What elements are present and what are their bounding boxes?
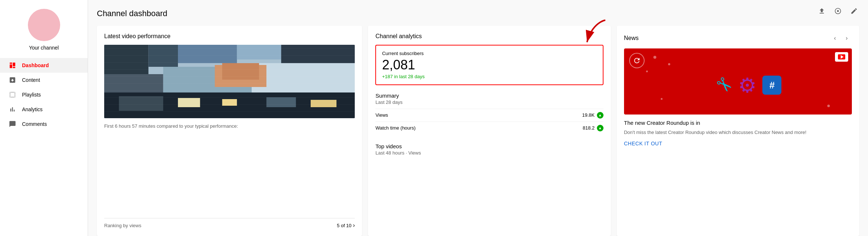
sidebar-item-dashboard[interactable]: Dashboard — [0, 58, 88, 73]
comments-icon — [9, 120, 16, 128]
content-icon — [9, 76, 16, 84]
chevron-right-icon: › — [353, 222, 355, 229]
comments-label: Comments — [22, 121, 47, 127]
ranking-label: Ranking by views — [104, 223, 141, 228]
video-meta-text: First 6 hours 57 minutes compared to you… — [104, 123, 355, 130]
news-article-desc: Don't miss the latest Creator Roundup vi… — [624, 129, 852, 136]
upload-button[interactable] — [815, 4, 828, 18]
news-prev-button[interactable]: ‹ — [830, 33, 840, 43]
topbar-icons — [815, 4, 861, 18]
decorative-dot — [646, 70, 648, 72]
top-videos-title: Top videos — [375, 143, 603, 149]
summary-section: Summary Last 28 days Views 19.8K ▲ Watch… — [375, 92, 603, 134]
svg-rect-20 — [266, 97, 296, 107]
top-videos-section: Top videos Last 48 hours · Views — [375, 143, 603, 156]
subscribers-change: +187 in last 28 days — [382, 74, 597, 79]
cards-row: Latest video performance — [97, 26, 859, 236]
views-label: Views — [375, 112, 388, 118]
top-videos-period: Last 48 hours · Views — [375, 150, 603, 156]
news-card-title: News — [624, 35, 639, 41]
dashboard-label: Dashboard — [22, 62, 49, 68]
scissors-icon: ✂ — [711, 72, 738, 99]
news-header: News ‹ › — [624, 33, 852, 43]
analytics-card-title: Channel analytics — [375, 33, 603, 40]
svg-rect-5 — [104, 45, 355, 118]
main-content: Channel dashboard Latest video performan… — [88, 0, 868, 236]
video-performance-card: Latest video performance — [97, 26, 362, 236]
ranking-row: Ranking by views 5 of 10 › — [104, 218, 355, 229]
subscribers-box: Current subscribers 2,081 +187 in last 2… — [375, 45, 603, 85]
svg-rect-21 — [311, 100, 336, 107]
svg-point-0 — [837, 10, 839, 12]
sidebar-item-playlists[interactable]: Playlists — [0, 87, 88, 102]
yt-logo-inner — [838, 54, 845, 59]
avatar — [28, 9, 60, 41]
svg-rect-3 — [13, 63, 15, 66]
decorative-dot — [653, 56, 656, 59]
refresh-icon — [629, 53, 645, 68]
page-title: Channel dashboard — [97, 9, 859, 18]
video-thumbnail — [104, 45, 355, 118]
watchtime-label: Watch time (hours) — [375, 125, 415, 131]
svg-rect-2 — [10, 65, 12, 68]
svg-rect-1 — [10, 63, 12, 64]
decorative-dot — [661, 98, 663, 100]
sidebar: Your channel Dashboard Content — [0, 0, 88, 236]
svg-rect-15 — [222, 63, 259, 80]
summary-period: Last 28 days — [375, 99, 603, 105]
create-button[interactable] — [847, 4, 861, 18]
gear-icon: ⚙ — [738, 73, 756, 97]
red-arrow — [578, 18, 611, 48]
summary-title: Summary — [375, 92, 603, 99]
sidebar-item-content[interactable]: Content — [0, 73, 88, 87]
svg-rect-14 — [215, 65, 267, 87]
decorative-dot — [827, 105, 830, 107]
watchtime-stat-row: Watch time (hours) 818.2 ▲ — [375, 121, 603, 134]
analytics-label: Analytics — [22, 106, 43, 112]
check-it-out-link[interactable]: CHECK IT OUT — [624, 141, 852, 146]
content-label: Content — [22, 77, 40, 83]
dashboard-icon — [9, 62, 16, 69]
sidebar-item-analytics[interactable]: Analytics — [0, 102, 88, 117]
svg-rect-11 — [104, 74, 163, 92]
svg-rect-7 — [149, 45, 178, 67]
views-value-wrap: 19.8K ▲ — [582, 112, 603, 119]
video-card-title: Latest video performance — [104, 33, 355, 40]
svg-rect-8 — [178, 45, 237, 63]
svg-rect-9 — [237, 45, 281, 59]
svg-rect-6 — [104, 45, 149, 74]
watchtime-value: 818.2 — [583, 125, 595, 131]
playlists-icon — [9, 91, 16, 98]
svg-rect-10 — [281, 45, 355, 70]
ranking-value: 5 of 10 › — [337, 222, 355, 229]
yt-logo — [835, 52, 848, 62]
news-next-button[interactable]: › — [842, 33, 852, 43]
svg-rect-13 — [252, 63, 355, 92]
hashtag-box: # — [762, 76, 781, 95]
svg-rect-17 — [119, 96, 163, 111]
svg-rect-4 — [13, 67, 15, 68]
watchtime-up-icon: ▲ — [597, 125, 603, 131]
views-up-icon: ▲ — [597, 112, 603, 119]
views-value: 19.8K — [582, 112, 595, 118]
watchtime-value-wrap: 818.2 ▲ — [583, 125, 603, 131]
news-article-title: The new Creator Roundup is in — [624, 120, 852, 126]
analytics-icon — [9, 106, 16, 113]
subscribers-count: 2,081 — [382, 58, 597, 72]
svg-rect-18 — [178, 98, 200, 107]
playlists-label: Playlists — [22, 92, 41, 98]
svg-rect-12 — [163, 67, 252, 92]
golive-button[interactable] — [831, 4, 845, 18]
views-stat-row: Views 19.8K ▲ — [375, 109, 603, 121]
channel-name-label: Your channel — [29, 45, 59, 51]
news-thumbnail: ✂ ⚙ # — [624, 48, 852, 115]
sidebar-nav: Dashboard Content Playlists — [0, 58, 88, 131]
svg-rect-16 — [104, 92, 355, 118]
channel-analytics-card: Channel analytics Current subscribers 2,… — [368, 26, 610, 236]
subscribers-section: Current subscribers 2,081 +187 in last 2… — [375, 45, 603, 92]
sidebar-item-comments[interactable]: Comments — [0, 117, 88, 131]
news-card: News ‹ › — [617, 26, 859, 236]
decorative-dot — [668, 63, 670, 65]
news-navigation: ‹ › — [830, 33, 852, 43]
creator-icons: ✂ ⚙ # — [624, 48, 852, 115]
